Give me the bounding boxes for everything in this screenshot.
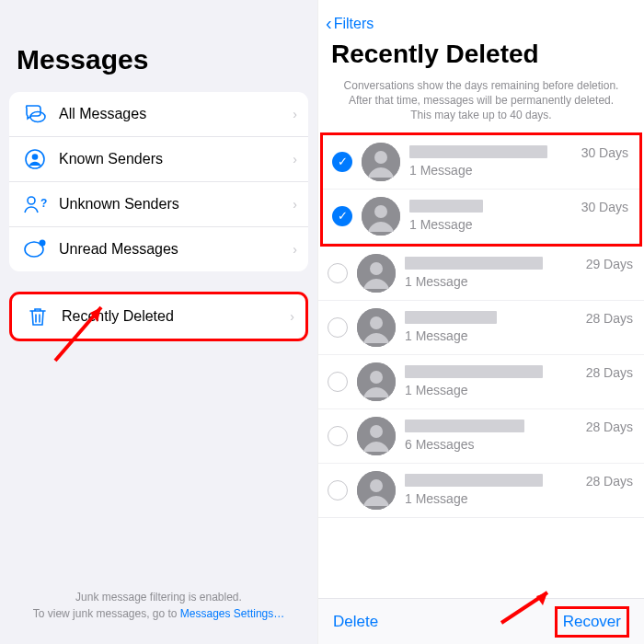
filter-all-messages[interactable]: All Messages › — [9, 92, 308, 137]
svg-point-12 — [374, 205, 387, 218]
svg-point-0 — [30, 112, 45, 122]
messages-filters-screen: Messages All Messages › Known Senders › … — [0, 0, 317, 644]
recently-deleted-screen: ‹ Filters Recently Deleted Conversations… — [317, 0, 644, 644]
message-count: 1 Message — [405, 328, 633, 343]
days-remaining: 28 Days — [586, 365, 633, 380]
person-circle-icon — [22, 146, 48, 172]
avatar-icon — [357, 308, 396, 347]
filter-unknown-senders[interactable]: ? Unknown Senders › — [9, 182, 308, 227]
days-remaining: 29 Days — [586, 257, 633, 271]
contact-name-redacted — [405, 311, 497, 324]
chevron-right-icon: › — [293, 197, 297, 212]
contact-name-redacted — [405, 257, 543, 270]
days-remaining: 28 Days — [586, 311, 633, 326]
message-count: 1 Message — [405, 491, 633, 506]
svg-point-20 — [370, 425, 383, 438]
filter-label: All Messages — [59, 106, 293, 122]
conversation-row[interactable]: 28 Days 1 Message — [318, 355, 644, 409]
avatar-icon — [357, 417, 396, 455]
chevron-left-icon: ‹ — [326, 13, 332, 34]
footer-line1: Junk message filtering is enabled. — [18, 590, 299, 605]
avatar-icon — [362, 143, 400, 181]
svg-point-10 — [374, 151, 387, 164]
contact-name-redacted — [409, 145, 547, 158]
conversation-row[interactable]: ✓ 30 Days 1 Message — [323, 190, 639, 244]
chevron-right-icon: › — [290, 309, 294, 324]
check-icon: ✓ — [338, 155, 348, 168]
conversation-row[interactable]: ✓ 30 Days 1 Message — [323, 135, 639, 190]
days-remaining: 28 Days — [586, 420, 633, 434]
footer-note: Junk message filtering is enabled. To vi… — [0, 590, 317, 622]
filter-known-senders[interactable]: Known Senders › — [9, 137, 308, 182]
contact-name-redacted — [409, 200, 483, 213]
avatar-icon — [362, 197, 400, 236]
contact-name-redacted — [405, 420, 524, 432]
page-title: Recently Deleted — [318, 38, 644, 76]
conversation-row[interactable]: 28 Days 1 Message — [318, 464, 644, 518]
back-button[interactable]: ‹ Filters — [318, 0, 644, 38]
svg-point-14 — [370, 262, 383, 275]
message-count: 1 Message — [405, 274, 633, 289]
chevron-right-icon: › — [293, 152, 297, 167]
conversation-row[interactable]: 29 Days 1 Message — [318, 247, 644, 301]
message-count: 1 Message — [409, 217, 628, 232]
svg-point-18 — [370, 371, 383, 384]
select-checkbox[interactable] — [328, 372, 348, 392]
chevron-right-icon: › — [293, 242, 297, 257]
chat-bubbles-icon — [22, 101, 48, 127]
check-icon: ✓ — [338, 209, 348, 223]
days-remaining: 28 Days — [586, 474, 633, 489]
recently-deleted-card: Recently Deleted › — [9, 292, 308, 341]
contact-name-redacted — [405, 474, 543, 487]
filter-label: Known Senders — [59, 151, 293, 167]
contact-name-redacted — [405, 365, 543, 378]
conversation-row[interactable]: 28 Days 6 Messages — [318, 409, 644, 464]
svg-text:?: ? — [40, 197, 47, 210]
days-remaining: 30 Days — [581, 200, 628, 214]
deletion-note: Conversations show the days remaining be… — [318, 76, 644, 132]
messages-settings-link[interactable]: Messages Settings… — [180, 607, 284, 620]
svg-point-6 — [40, 240, 46, 247]
svg-point-22 — [370, 479, 383, 492]
message-count: 1 Message — [409, 163, 628, 178]
select-checkbox[interactable] — [328, 263, 348, 283]
message-count: 1 Message — [405, 383, 633, 397]
filter-recently-deleted[interactable]: Recently Deleted › — [12, 294, 305, 339]
avatar-icon — [357, 471, 396, 510]
unread-bubble-icon — [22, 236, 48, 262]
bottom-toolbar: Delete Recover — [318, 598, 644, 644]
footer-line2: To view junk messages, go to Messages Se… — [18, 606, 299, 622]
back-label: Filters — [334, 16, 374, 32]
svg-point-3 — [28, 197, 35, 204]
chevron-right-icon: › — [293, 107, 297, 121]
person-question-icon: ? — [22, 191, 48, 217]
recover-button[interactable]: Recover — [555, 606, 629, 638]
filter-label: Unknown Senders — [59, 196, 293, 213]
select-checkbox[interactable]: ✓ — [332, 206, 352, 226]
select-checkbox[interactable] — [328, 426, 348, 446]
avatar-icon — [357, 254, 396, 293]
select-checkbox[interactable] — [328, 317, 348, 338]
deleted-conversations-list: ✓ 30 Days 1 Message ✓ 30 Days 1 Message — [318, 132, 644, 518]
page-title: Messages — [0, 0, 317, 92]
selected-rows-highlight: ✓ 30 Days 1 Message ✓ 30 Days 1 Message — [320, 132, 642, 247]
svg-point-2 — [32, 154, 39, 160]
avatar-icon — [357, 362, 396, 401]
message-count: 6 Messages — [405, 437, 633, 452]
filter-unread-messages[interactable]: Unread Messages › — [9, 227, 308, 271]
filters-list: All Messages › Known Senders › ? Unknown… — [9, 92, 308, 271]
select-checkbox[interactable]: ✓ — [332, 152, 352, 172]
days-remaining: 30 Days — [581, 145, 628, 160]
filter-label: Recently Deleted — [62, 308, 290, 325]
conversation-row[interactable]: 28 Days 1 Message — [318, 301, 644, 355]
trash-icon — [25, 304, 51, 329]
delete-button[interactable]: Delete — [333, 613, 378, 631]
filter-label: Unread Messages — [59, 241, 293, 258]
svg-point-16 — [370, 316, 383, 329]
select-checkbox[interactable] — [328, 480, 348, 500]
